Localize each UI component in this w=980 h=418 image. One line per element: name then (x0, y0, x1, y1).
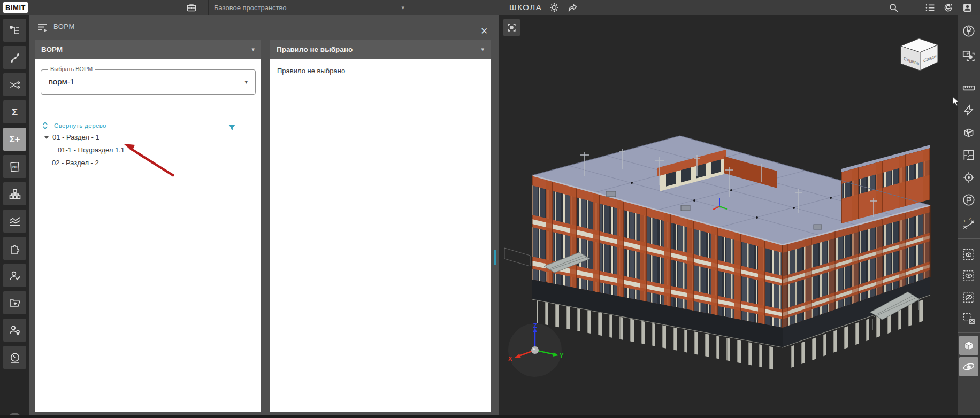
bimit-app: BiMiT Базовое пространство ▾ ШКОЛА (0, 0, 980, 418)
toolbar-solid-cube-button[interactable] (959, 336, 978, 355)
floor-plan-icon (962, 148, 976, 162)
chevron-down-icon: ▾ (481, 47, 484, 52)
collapse-tree-label: Свернуть дерево (54, 122, 106, 129)
navigation-cube[interactable]: Справа Сзади (895, 34, 943, 75)
toolbar-show-button[interactable] (959, 266, 978, 285)
rule-panel-title: Правило не выбрано (277, 45, 353, 53)
filter-icon[interactable] (227, 123, 236, 133)
sidebar-item-node-link[interactable] (3, 46, 26, 69)
toolbar-region-capture-button[interactable] (959, 46, 978, 65)
tree-structure-icon (9, 24, 21, 37)
user-check-icon (9, 269, 21, 282)
toolbar-measure-points-button[interactable]: 1 2 (959, 215, 978, 234)
bottom-edge-strip (0, 415, 980, 418)
toolbar-target-button[interactable] (959, 168, 978, 187)
tree-item-label: 02 - Раздел - 2 (52, 159, 99, 167)
collapse-tree-control[interactable]: Свернуть дерево (42, 121, 106, 130)
top-bar: BiMiT Базовое пространство ▾ ШКОЛА (0, 0, 980, 15)
user-button[interactable] (960, 0, 975, 15)
sidebar-item-trend-chart[interactable] (3, 210, 26, 233)
svg-text:2D: 2D (12, 165, 17, 169)
vorm-select[interactable]: Выбрать ВОРМ ворм-1 ▾ (41, 69, 256, 95)
toolbar-deselect-button[interactable] (959, 309, 978, 328)
toolbar-tree-button[interactable] (959, 21, 978, 41)
vorm-panel-title: ВОРМ (41, 45, 63, 53)
folder-export-icon (9, 297, 21, 309)
sidebar-item-gauge[interactable] (3, 346, 26, 369)
tree-item-label: 01 - Раздел - 1 (52, 133, 99, 141)
sidebar-item-user-check[interactable] (3, 264, 26, 287)
bimit-logo: BiMiT (3, 2, 28, 13)
tree-item[interactable]: 02 - Раздел - 2 (52, 159, 99, 167)
tree-item[interactable]: 01-1 - Подраздел 1.1 (58, 146, 125, 154)
tree-item[interactable]: 01 - Раздел - 1 (44, 133, 99, 141)
toolbar-isolate-button[interactable] (959, 245, 978, 264)
toolbar-orbit-button[interactable] (959, 357, 978, 376)
sidebar-item-sigma[interactable]: Σ (3, 100, 26, 123)
vorm-tool-window: ВОРМ ✕ ВОРМ ▾ Выбрать ВОРМ ворм-1 ▾ (29, 15, 499, 415)
close-icon: ✕ (480, 26, 488, 37)
search-button[interactable] (886, 0, 901, 15)
notifications-button[interactable] (940, 0, 955, 15)
flash-icon (962, 103, 976, 117)
list-button[interactable] (922, 0, 937, 15)
trend-chart-icon (9, 215, 21, 228)
sidebar-item-sigma-plus[interactable]: Σ+ (3, 128, 26, 151)
sidebar-item-org-chart[interactable] (3, 182, 26, 205)
viewport-3d[interactable]: Справа Сзади Z X Y (499, 15, 958, 415)
toolbar-divider (958, 380, 980, 380)
org-chart-icon (9, 188, 21, 200)
vorm-panel-header[interactable]: ВОРМ ▾ (35, 40, 261, 59)
panel-resize-handle[interactable] (494, 250, 496, 265)
toolbar-divider (958, 238, 980, 239)
sidebar-item-2d-sheet[interactable]: 2D (3, 155, 26, 178)
axis-z-label: Z (533, 322, 537, 329)
annotation-arrow (120, 132, 179, 183)
topbar-divider (208, 0, 209, 15)
project-title-wrap: ШКОЛА (509, 3, 542, 12)
toolbar-ruler-button[interactable] (959, 78, 978, 97)
deselect-icon (962, 312, 976, 326)
sidebar-item-puzzle[interactable] (3, 237, 26, 260)
workspace-selector[interactable]: Базовое пространство ▾ (214, 0, 404, 15)
sidebar-item-user-pin[interactable] (3, 319, 26, 342)
topbar-divider-right (876, 0, 876, 15)
sidebar-item-shuffle[interactable] (3, 73, 26, 96)
window-menu-icon[interactable] (37, 22, 49, 33)
right-toolbar: 1 2 (958, 15, 980, 415)
target-icon (962, 171, 976, 184)
focus-region-icon (507, 22, 517, 33)
search-icon (888, 2, 899, 13)
fit-view-button[interactable] (503, 19, 520, 36)
expander-caret-icon (44, 135, 49, 140)
notifications-sync-icon (943, 2, 954, 13)
axis-gizmo: Z X Y (507, 322, 563, 378)
rule-panel-body: Правило не выбрано (277, 67, 345, 75)
toolbar-hide-button[interactable] (959, 288, 978, 307)
rule-panel-header[interactable]: Правило не выбрано ▾ (270, 40, 491, 59)
settings-button[interactable] (547, 0, 562, 15)
tree-icon (962, 24, 976, 38)
vorm-panel: ВОРМ ▾ Выбрать ВОРМ ворм-1 ▾ Свернуть де… (35, 40, 261, 412)
briefcase-button[interactable] (184, 0, 199, 15)
sidebar-item-tree-structure[interactable] (3, 19, 26, 42)
unfold-icon (42, 121, 49, 130)
node-link-icon (9, 51, 21, 64)
toolbar-section-box-button[interactable] (959, 123, 978, 142)
share-button[interactable] (565, 0, 580, 15)
building-model-3d (499, 15, 958, 415)
list-icon (924, 2, 936, 13)
sigma-plus-icon: Σ+ (9, 134, 20, 145)
hide-eye-icon (962, 290, 976, 304)
share-icon (567, 2, 578, 13)
window-title: ВОРМ (53, 22, 75, 30)
user-icon (962, 2, 973, 13)
toolbar-floor-plan-button[interactable] (959, 145, 978, 165)
close-button[interactable]: ✕ (478, 25, 491, 37)
briefcase-icon (186, 2, 197, 13)
sidebar-item-folder-export[interactable] (3, 291, 26, 314)
toolbar-flash-button[interactable] (959, 100, 978, 120)
chevron-down-icon: ▾ (251, 47, 255, 52)
toolbar-flag-button[interactable] (959, 190, 978, 210)
axis-x-label: X (508, 355, 512, 362)
